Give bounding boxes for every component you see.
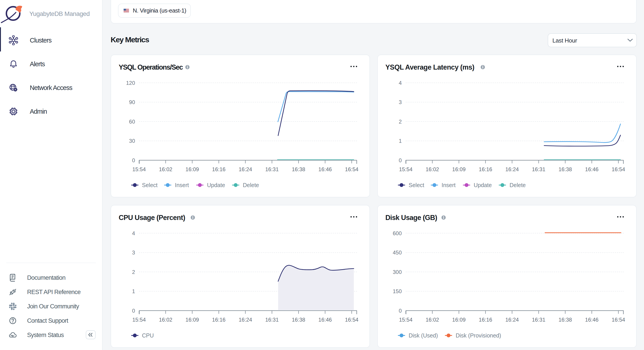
- svg-text:1: 1: [132, 288, 135, 294]
- svg-text:Delete: Delete: [243, 182, 259, 188]
- svg-text:16:09: 16:09: [452, 166, 466, 172]
- svg-text:300: 300: [393, 269, 402, 275]
- svg-text:16:54: 16:54: [345, 166, 358, 172]
- svg-text:16:24: 16:24: [506, 317, 519, 323]
- svg-text:16:24: 16:24: [239, 317, 252, 323]
- svg-text:600: 600: [393, 230, 402, 236]
- svg-text:16:38: 16:38: [292, 317, 305, 323]
- svg-text:16:46: 16:46: [318, 166, 332, 172]
- svg-text:0: 0: [399, 308, 402, 314]
- svg-text:Delete: Delete: [510, 182, 526, 188]
- svg-text:16:02: 16:02: [159, 317, 172, 323]
- svg-text:16:09: 16:09: [186, 317, 199, 323]
- svg-text:Select: Select: [142, 182, 158, 188]
- svg-text:2: 2: [399, 119, 402, 125]
- svg-text:4: 4: [132, 230, 135, 236]
- svg-text:16:31: 16:31: [265, 166, 278, 172]
- svg-text:450: 450: [393, 250, 402, 256]
- svg-text:4: 4: [399, 80, 402, 86]
- svg-text:16:16: 16:16: [212, 166, 226, 172]
- svg-text:2: 2: [132, 269, 135, 275]
- svg-text:16:54: 16:54: [345, 317, 358, 323]
- svg-text:60: 60: [129, 119, 135, 125]
- svg-text:16:46: 16:46: [585, 317, 598, 323]
- svg-text:16:38: 16:38: [292, 166, 305, 172]
- svg-text:16:02: 16:02: [159, 166, 172, 172]
- svg-text:16:16: 16:16: [479, 317, 492, 323]
- svg-text:3: 3: [399, 99, 402, 105]
- svg-text:150: 150: [393, 288, 402, 294]
- svg-text:16:38: 16:38: [558, 317, 572, 323]
- svg-text:16:02: 16:02: [426, 317, 439, 323]
- svg-text:16:54: 16:54: [612, 166, 625, 172]
- svg-text:16:16: 16:16: [212, 317, 226, 323]
- svg-text:120: 120: [126, 80, 135, 86]
- svg-text:30: 30: [129, 138, 135, 144]
- svg-text:16:24: 16:24: [239, 166, 252, 172]
- svg-text:3: 3: [132, 250, 135, 256]
- svg-text:Disk (Provisioned): Disk (Provisioned): [456, 332, 501, 339]
- svg-text:Update: Update: [207, 182, 225, 188]
- svg-text:16:31: 16:31: [532, 317, 545, 323]
- svg-text:16:02: 16:02: [426, 166, 439, 172]
- svg-text:CPU Usage (Percent): CPU Usage (Percent): [119, 214, 185, 222]
- svg-text:16:31: 16:31: [532, 166, 545, 172]
- svg-text:1: 1: [399, 138, 402, 144]
- svg-text:Insert: Insert: [175, 182, 189, 188]
- svg-text:0: 0: [132, 308, 135, 314]
- svg-text:16:09: 16:09: [452, 317, 466, 323]
- svg-text:16:31: 16:31: [265, 317, 278, 323]
- svg-text:15:54: 15:54: [132, 166, 146, 172]
- svg-text:15:54: 15:54: [399, 166, 412, 172]
- svg-text:16:38: 16:38: [558, 166, 572, 172]
- svg-text:Disk (Used): Disk (Used): [409, 332, 438, 339]
- svg-text:90: 90: [129, 99, 135, 105]
- svg-text:YSQL Average Latency (ms): YSQL Average Latency (ms): [385, 63, 474, 71]
- svg-text:16:16: 16:16: [479, 166, 492, 172]
- svg-text:CPU: CPU: [142, 332, 154, 339]
- svg-text:15:54: 15:54: [399, 317, 412, 323]
- svg-text:Select: Select: [409, 182, 424, 188]
- svg-text:16:46: 16:46: [585, 166, 598, 172]
- svg-text:15:54: 15:54: [132, 317, 146, 323]
- svg-text:16:24: 16:24: [506, 166, 519, 172]
- svg-text:16:46: 16:46: [318, 317, 332, 323]
- svg-text:16:54: 16:54: [612, 317, 625, 323]
- svg-text:Disk Usage (GB): Disk Usage (GB): [385, 214, 437, 222]
- svg-text:0: 0: [399, 157, 402, 163]
- svg-text:Insert: Insert: [442, 182, 456, 188]
- svg-text:Update: Update: [474, 182, 492, 188]
- svg-text:YSQL Operations/Sec: YSQL Operations/Sec: [119, 63, 183, 71]
- svg-text:16:09: 16:09: [186, 166, 199, 172]
- svg-text:0: 0: [132, 157, 135, 163]
